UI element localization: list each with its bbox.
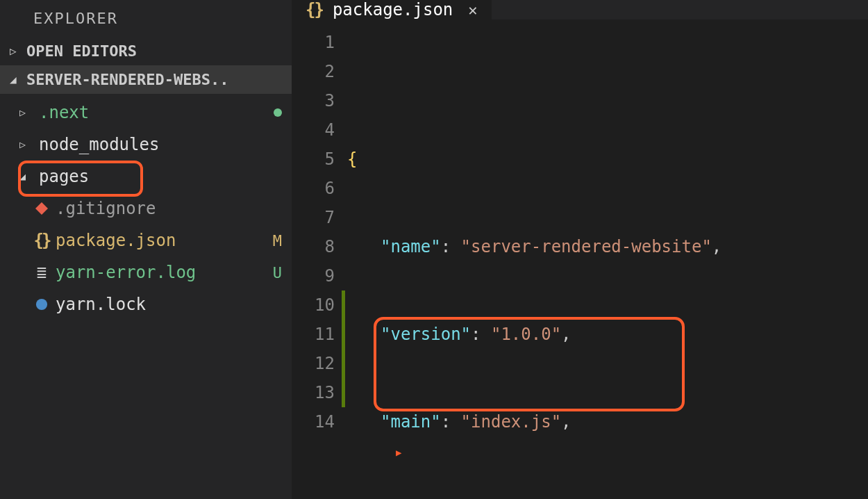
project-section[interactable]: ◢ SERVER-RENDERED-WEBS.. xyxy=(0,65,292,94)
line-number: 11 xyxy=(292,320,335,349)
folder-label: node_modules xyxy=(39,135,159,154)
json-file-icon: {} xyxy=(32,231,51,250)
file-label: .gitignore xyxy=(56,199,156,218)
json-key: "name" xyxy=(381,232,441,261)
project-label: SERVER-RENDERED-WEBS.. xyxy=(26,71,228,88)
yarn-file-icon xyxy=(32,298,51,311)
line-number: 1 xyxy=(292,28,335,57)
json-key: "main" xyxy=(381,407,441,436)
line-number: 14 xyxy=(292,407,335,436)
chevron-right-icon: ▷ xyxy=(19,138,35,151)
json-value: "server-rendered-website" xyxy=(461,232,712,261)
line-number: 6 xyxy=(292,174,335,203)
folder-node-modules[interactable]: ▷ node_modules xyxy=(0,129,292,161)
folder-pages[interactable]: ◢ pages xyxy=(0,161,292,193)
explorer-title: EXPLORER xyxy=(0,0,292,37)
json-key: "license" xyxy=(381,495,471,499)
json-value: "index.js" xyxy=(461,407,562,436)
tab-label: package.json xyxy=(333,0,453,19)
overflow-chevron-icon: ▶ xyxy=(396,438,401,467)
lines-file-icon: ≣ xyxy=(32,263,51,282)
file-gitignore[interactable]: .gitignore xyxy=(0,193,292,224)
modification-bar xyxy=(342,291,345,407)
chevron-right-icon: ▷ xyxy=(19,106,35,119)
svg-point-0 xyxy=(36,299,47,310)
json-file-icon: {} xyxy=(306,0,323,19)
line-number: 2 xyxy=(292,57,335,86)
open-editors-section[interactable]: ▷ OPEN EDITORS xyxy=(0,37,292,65)
code-area[interactable]: 1 2 3 4 5 6 7 8 9 10 11 12 13 14 { "name… xyxy=(292,19,868,499)
line-number: 7 xyxy=(292,203,335,232)
close-icon[interactable]: ✕ xyxy=(468,1,477,19)
git-file-icon xyxy=(32,202,51,215)
file-yarn-error-log[interactable]: ≣ yarn-error.log U xyxy=(0,256,292,288)
line-number: 10 xyxy=(292,291,335,320)
chevron-down-icon: ◢ xyxy=(19,170,35,183)
folder-label: .next xyxy=(39,103,89,122)
folder-label: pages xyxy=(39,167,89,186)
file-label: yarn.lock xyxy=(56,295,146,314)
tab-package-json[interactable]: {} package.json ✕ xyxy=(292,0,492,19)
file-tree: ▷ .next ▷ node_modules ◢ pages .gitignor… xyxy=(0,94,292,323)
folder-next[interactable]: ▷ .next xyxy=(0,97,292,129)
explorer-sidebar: EXPLORER ▷ OPEN EDITORS ◢ SERVER-RENDERE… xyxy=(0,0,292,499)
line-number: 5 xyxy=(292,145,335,174)
line-number: 3 xyxy=(292,86,335,115)
line-number: 8 xyxy=(292,232,335,261)
chevron-right-icon: ▷ xyxy=(10,44,22,58)
line-gutter: 1 2 3 4 5 6 7 8 9 10 11 12 13 14 xyxy=(292,19,347,499)
code-content[interactable]: { "name": "server-rendered-website", "ve… xyxy=(347,19,868,499)
file-label: package.json xyxy=(56,231,176,250)
json-value: "MIT" xyxy=(491,495,541,499)
line-number: 9 xyxy=(292,261,335,291)
git-status-modified: M xyxy=(273,232,282,250)
json-key: "version" xyxy=(381,320,471,349)
tab-bar: {} package.json ✕ xyxy=(292,0,868,19)
line-number: 4 xyxy=(292,115,335,145)
line-number: 13 xyxy=(292,378,335,407)
line-number: 12 xyxy=(292,349,335,378)
file-package-json[interactable]: {} package.json M xyxy=(0,224,292,256)
file-label: yarn-error.log xyxy=(56,263,196,282)
editor-pane: {} package.json ✕ 1 2 3 4 5 6 7 8 9 10 1… xyxy=(292,0,868,499)
chevron-down-icon: ◢ xyxy=(10,73,22,86)
status-dot-icon xyxy=(274,108,282,117)
git-status-untracked: U xyxy=(273,264,282,281)
json-value: "1.0.0" xyxy=(491,320,561,349)
file-yarn-lock[interactable]: yarn.lock xyxy=(0,288,292,320)
open-editors-label: OPEN EDITORS xyxy=(26,42,137,60)
